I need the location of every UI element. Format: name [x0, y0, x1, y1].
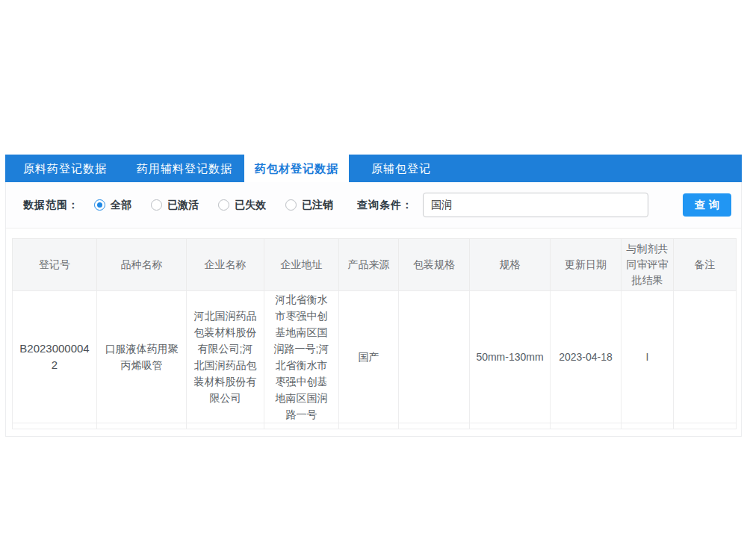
- header-remark: 备注: [674, 239, 737, 291]
- radio-expired[interactable]: 已失效: [218, 199, 266, 212]
- header-spec: 规格: [470, 239, 551, 291]
- table-header-row: 登记号 品种名称 企业名称 企业地址 产品来源 包装规格 规格 更新日期 与制剂…: [13, 239, 737, 291]
- cell-joint-review-result: I: [622, 291, 674, 423]
- cell-reg-no: B20230000042: [13, 291, 97, 423]
- radio-selected-icon: [94, 199, 105, 211]
- radio-activated-label: 已激活: [167, 199, 199, 212]
- radio-cancelled-label: 已注销: [302, 199, 333, 212]
- header-product-name: 品种名称: [97, 239, 187, 291]
- tab-packaging-materials[interactable]: 药包材登记数据: [244, 155, 349, 182]
- radio-unselected-icon: [285, 199, 297, 211]
- cell-product-source: 国产: [339, 291, 399, 423]
- header-product-source: 产品来源: [339, 239, 399, 291]
- radio-unselected-icon: [151, 199, 162, 211]
- tab-raw-material-api[interactable]: 原料药登记数据: [5, 155, 125, 182]
- table-stub-row: [13, 423, 737, 429]
- panel-body: 数据范围： 全部 已激活 已失效 已注销 查询条件： 查询: [5, 182, 742, 437]
- tab-excipients[interactable]: 药用辅料登记数据: [125, 155, 244, 182]
- header-company-address: 企业地址: [264, 239, 339, 291]
- header-package-spec: 包装规格: [399, 239, 470, 291]
- radio-all-label: 全部: [111, 199, 131, 212]
- radio-unselected-icon: [218, 199, 229, 211]
- cell-product-name: 口服液体药用聚丙烯吸管: [97, 291, 187, 423]
- data-scope-label: 数据范围：: [23, 199, 79, 212]
- radio-cancelled[interactable]: 已注销: [285, 199, 333, 212]
- cell-update-date: 2023-04-18: [551, 291, 622, 423]
- header-reg-no: 登记号: [13, 239, 97, 291]
- cell-spec: 50mm-130mm: [470, 291, 551, 423]
- tab-bar: 原料药登记数据 药用辅料登记数据 药包材登记数据 原辅包登记: [5, 155, 742, 182]
- header-joint-review-result: 与制剂共同审评审批结果: [622, 239, 674, 291]
- radio-activated[interactable]: 已激活: [151, 199, 199, 212]
- registration-data-panel: 原料药登记数据 药用辅料登记数据 药包材登记数据 原辅包登记 数据范围： 全部 …: [5, 155, 742, 437]
- filter-row: 数据范围： 全部 已激活 已失效 已注销 查询条件： 查询: [6, 182, 741, 228]
- radio-all[interactable]: 全部: [94, 199, 131, 212]
- results-table-wrap: 登记号 品种名称 企业名称 企业地址 产品来源 包装规格 规格 更新日期 与制剂…: [12, 238, 735, 429]
- results-table: 登记号 品种名称 企业名称 企业地址 产品来源 包装规格 规格 更新日期 与制剂…: [12, 238, 737, 429]
- query-input[interactable]: [423, 193, 648, 217]
- cell-company-address: 河北省衡水市枣强中创基地南区国润路一号;河北省衡水市枣强中创基地南区国润路一号: [264, 291, 339, 423]
- radio-expired-label: 已失效: [235, 199, 266, 212]
- query-condition-label: 查询条件：: [357, 199, 413, 212]
- cell-remark: [674, 291, 737, 423]
- cell-package-spec: [399, 291, 470, 423]
- tab-raw-excipient-packaging[interactable]: 原辅包登记: [349, 155, 453, 182]
- header-company-name: 企业名称: [187, 239, 264, 291]
- search-button[interactable]: 查询: [683, 193, 731, 217]
- table-row: B20230000042 口服液体药用聚丙烯吸管 河北国润药品包装材料股份有限公…: [13, 291, 737, 423]
- header-update-date: 更新日期: [551, 239, 622, 291]
- cell-company-name: 河北国润药品包装材料股份有限公司;河北国润药品包装材料股份有限公司: [187, 291, 264, 423]
